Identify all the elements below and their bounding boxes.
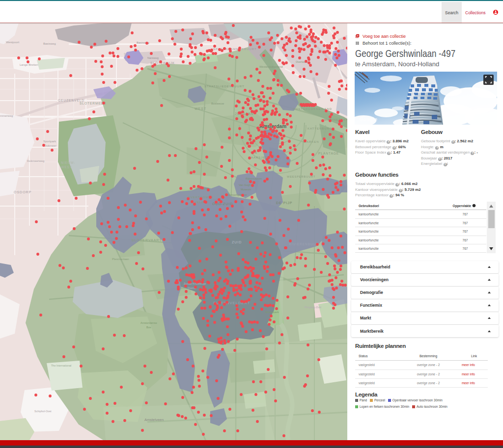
svg-text:BAARSJES: BAARSJES [249,156,268,159]
svg-text:The International: The International [51,364,71,367]
svg-text:Bos: Bos [146,326,151,329]
svg-text:WEST: WEST [61,165,72,169]
svg-text:mmerweg: mmerweg [0,114,13,117]
svg-text:NIEUW-: NIEUW- [61,161,76,164]
svg-text:DE PIJP: DE PIJP [276,201,292,205]
svg-text:Rijksmuseum: Rijksmuseum [246,177,262,180]
svg-text:Amstelpark: Amstelpark [265,311,279,314]
svg-text:ZUID: ZUID [232,240,242,244]
svg-text:Concertgebouw: Concertgebouw [228,193,247,196]
svg-text:Sportpark: Sportpark [43,140,56,143]
svg-text:Nansweg: Nansweg [147,56,159,59]
svg-text:KATTENBURG: KATTENBURG [307,127,333,130]
svg-text:OSDORP: OSDORP [14,190,31,194]
svg-text:WEESPERBUURT: WEESPERBUURT [287,175,315,178]
svg-text:Van Gogh: Van Gogh [239,184,251,186]
svg-text:SLOTERVAART: SLOTERVAART [132,238,162,242]
svg-text:Google: Google [359,117,377,122]
svg-text:STAATSLIEDENBUURT: STAATSLIEDENBUURT [204,85,245,88]
svg-text:Schiphol-Oost: Schiphol-Oost [34,410,52,413]
svg-text:Dokmeerweg: Dokmeerweg [27,159,44,162]
svg-text:Bosleeuw: Bosleeuw [211,102,224,105]
svg-text:Lange Bretten: Lange Bretten [20,63,38,66]
svg-text:PLANTAGE: PLANTAGE [318,152,339,155]
svg-text:Ringweg-Zuid: Ringweg-Zuid [305,306,321,309]
svg-text:Amsterdamse: Amsterdamse [140,321,157,324]
svg-text:MARINETERREIN: MARINETERREIN [324,118,349,121]
svg-text:WEST: WEST [195,107,206,110]
svg-text:Plesmanlaan: Plesmanlaan [112,258,129,261]
svg-text:Basisweg: Basisweg [43,42,56,45]
svg-text:Amstelveen: Amstelveen [144,418,164,422]
svg-text:Museum: Museum [241,188,252,191]
svg-text:Westpoort: Westpoort [6,41,20,44]
svg-text:JORDAAN: JORDAAN [235,112,253,115]
svg-text:Ookmeer: Ookmeer [44,144,56,147]
svg-text:Westerdokseiland: Westerdokseiland [259,65,283,68]
svg-text:VELD: VELD [195,201,204,204]
